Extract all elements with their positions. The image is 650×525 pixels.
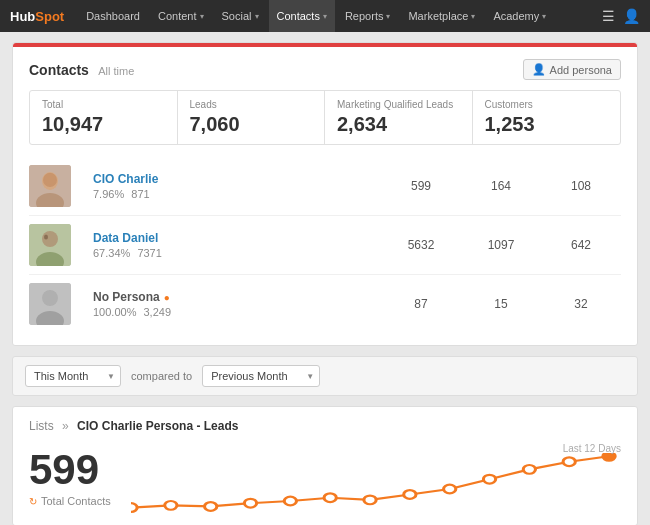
persona-row-no-persona: No Persona ● 100.00% 3,249 87 15 32: [29, 275, 621, 333]
avatar-cio-charlie: [29, 165, 71, 207]
svg-point-13: [164, 501, 176, 510]
svg-point-8: [44, 235, 48, 240]
svg-point-23: [563, 457, 575, 466]
accent-bar: [13, 43, 637, 47]
chevron-down-icon: ▾: [386, 12, 390, 21]
chart-label: Last 12 Days: [563, 443, 621, 454]
comparison-select-wrapper: Previous Month Previous Quarter Last Yea…: [202, 365, 320, 387]
nav-right: ☰ 👤: [602, 8, 640, 24]
add-persona-button[interactable]: 👤 Add persona: [523, 59, 621, 80]
breadcrumb-current-page: CIO Charlie Persona - Leads: [77, 419, 238, 433]
metric-block: 599 ↻ Total Contacts: [29, 449, 111, 507]
svg-point-14: [204, 502, 216, 511]
svg-point-19: [403, 490, 415, 499]
svg-point-4: [44, 173, 56, 185]
chevron-down-icon: ▾: [471, 12, 475, 21]
persona-leads-no-persona: 87: [381, 297, 461, 311]
svg-point-16: [284, 497, 296, 506]
svg-point-20: [443, 485, 455, 494]
persona-stats-cio: 7.96% 871: [93, 188, 381, 200]
dot-icon: ●: [164, 292, 170, 303]
svg-point-15: [244, 499, 256, 508]
nav-item-contacts[interactable]: Contacts ▾: [269, 0, 335, 32]
persona-info-daniel: Data Daniel 67.34% 7371: [89, 231, 381, 259]
big-number: 599: [29, 449, 111, 491]
comparison-select[interactable]: Previous Month Previous Quarter Last Yea…: [202, 365, 320, 387]
bottom-content: 599 ↻ Total Contacts Last 12 Days: [29, 443, 621, 513]
contacts-heading: Contacts All time: [29, 62, 134, 78]
persona-name-link-daniel[interactable]: Data Daniel: [93, 231, 381, 245]
avatar-data-daniel: [29, 224, 71, 266]
svg-point-12: [131, 503, 137, 512]
user-icon[interactable]: 👤: [623, 8, 640, 24]
stats-row: Total 10,947 Leads 7,060 Marketing Quali…: [29, 90, 621, 145]
period-select[interactable]: This Month Last Month This Quarter All T…: [25, 365, 121, 387]
breadcrumb-separator: »: [62, 419, 69, 433]
period-select-wrapper: This Month Last Month This Quarter All T…: [25, 365, 121, 387]
svg-point-24: [603, 453, 615, 461]
persona-mql-daniel: 1097: [461, 238, 541, 252]
logo-hub: Hub: [10, 9, 35, 24]
logo[interactable]: HubSpot: [10, 9, 64, 24]
contacts-header: Contacts All time 👤 Add persona: [29, 59, 621, 80]
chevron-down-icon: ▾: [323, 12, 327, 21]
stat-total: Total 10,947: [30, 91, 178, 144]
logo-spot: Spot: [35, 9, 64, 24]
total-contacts-label: ↻ Total Contacts: [29, 495, 111, 507]
contacts-card: Contacts All time 👤 Add persona Total 10…: [12, 42, 638, 346]
svg-point-17: [324, 493, 336, 502]
svg-point-18: [364, 496, 376, 505]
persona-stats-no-persona: 100.00% 3,249: [93, 306, 381, 318]
chart-area: Last 12 Days: [131, 443, 621, 513]
persona-customers-cio: 108: [541, 179, 621, 193]
nav-item-academy[interactable]: Academy ▾: [485, 0, 554, 32]
breadcrumb: Lists » CIO Charlie Persona - Leads: [29, 419, 621, 433]
line-chart: [131, 453, 621, 513]
nav-item-dashboard[interactable]: Dashboard: [78, 0, 148, 32]
bottom-card: Lists » CIO Charlie Persona - Leads 599 …: [12, 406, 638, 525]
filter-row: This Month Last Month This Quarter All T…: [12, 356, 638, 396]
nav-item-content[interactable]: Content ▾: [150, 0, 212, 32]
breadcrumb-lists-link[interactable]: Lists: [29, 419, 54, 433]
avatar-no-persona: [29, 283, 71, 325]
chevron-down-icon: ▾: [200, 12, 204, 21]
chevron-down-icon: ▾: [542, 12, 546, 21]
person-plus-icon: 👤: [532, 63, 546, 76]
nav-items: Dashboard Content ▾ Social ▾ Contacts ▾ …: [78, 0, 602, 32]
refresh-icon: ↻: [29, 496, 37, 507]
svg-point-11: [42, 290, 58, 306]
stat-leads: Leads 7,060: [178, 91, 326, 144]
svg-point-22: [523, 465, 535, 474]
persona-stats-daniel: 67.34% 7371: [93, 247, 381, 259]
nav-item-marketplace[interactable]: Marketplace ▾: [400, 0, 483, 32]
persona-info-cio: CIO Charlie 7.96% 871: [89, 172, 381, 200]
svg-point-7: [42, 231, 58, 247]
chevron-down-icon: ▾: [255, 12, 259, 21]
persona-customers-daniel: 642: [541, 238, 621, 252]
nav-item-reports[interactable]: Reports ▾: [337, 0, 399, 32]
main-content: Contacts All time 👤 Add persona Total 10…: [0, 32, 650, 525]
persona-row-cio: CIO Charlie 7.96% 871 599 164 108: [29, 157, 621, 216]
menu-icon[interactable]: ☰: [602, 8, 615, 24]
persona-name-no-persona: No Persona: [93, 290, 160, 304]
persona-mql-no-persona: 15: [461, 297, 541, 311]
persona-name-link-cio[interactable]: CIO Charlie: [93, 172, 381, 186]
top-navigation: HubSpot Dashboard Content ▾ Social ▾ Con…: [0, 0, 650, 32]
persona-leads-cio: 599: [381, 179, 461, 193]
persona-info-no-persona: No Persona ● 100.00% 3,249: [89, 290, 381, 318]
nav-item-social[interactable]: Social ▾: [214, 0, 267, 32]
compared-to-label: compared to: [131, 370, 192, 382]
persona-row-daniel: Data Daniel 67.34% 7371 5632 1097 642: [29, 216, 621, 275]
persona-customers-no-persona: 32: [541, 297, 621, 311]
persona-mql-cio: 164: [461, 179, 541, 193]
svg-point-21: [483, 475, 495, 484]
stat-mql: Marketing Qualified Leads 2,634: [325, 91, 473, 144]
persona-leads-daniel: 5632: [381, 238, 461, 252]
stat-customers: Customers 1,253: [473, 91, 621, 144]
